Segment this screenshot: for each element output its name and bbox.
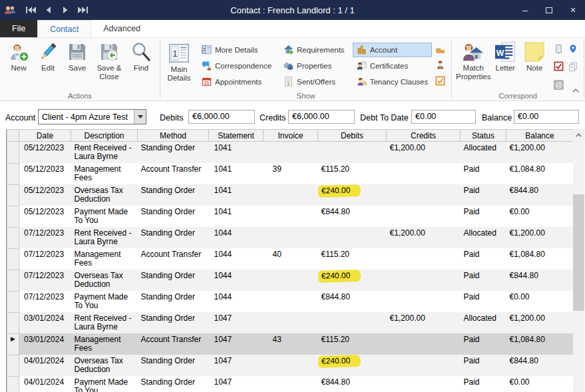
cell-description[interactable]: Overseas Tax Deduction	[71, 355, 138, 376]
cell-method[interactable]: Account Transfer	[138, 333, 209, 355]
account-button[interactable]: Account	[353, 43, 433, 57]
cell-invoice[interactable]: 40	[264, 248, 318, 270]
cell-status[interactable]: Paid	[461, 248, 506, 270]
cell-debits[interactable]: €115.20	[318, 248, 387, 270]
cell-method[interactable]: Standing Order	[138, 355, 209, 376]
cell-balance[interactable]: €0.00	[506, 291, 574, 312]
cell-method[interactable]: Standing Order	[138, 184, 209, 206]
selector-column-header[interactable]	[7, 130, 19, 142]
close-button[interactable]: ×	[561, 0, 585, 20]
last-record-button[interactable]	[75, 2, 91, 18]
cell-credits[interactable]: €1,200.00	[387, 142, 461, 164]
debits-total-field[interactable]: €6,000.00	[188, 110, 255, 124]
main-details-button[interactable]: 1 Main Details	[164, 41, 194, 83]
row-selector[interactable]	[7, 184, 19, 206]
cell-date[interactable]: 04/01/2024	[19, 355, 71, 376]
cell-invoice[interactable]: 39	[264, 163, 318, 184]
cell-description[interactable]: Payment Made To You	[71, 206, 138, 227]
previous-record-button[interactable]	[40, 2, 56, 18]
cell-statement[interactable]: 1044	[209, 248, 264, 270]
scrollbar-thumb[interactable]	[573, 194, 584, 311]
row-selector[interactable]	[7, 142, 19, 164]
tab-contact[interactable]: Contact	[37, 20, 91, 37]
cell-status[interactable]: Paid	[461, 184, 506, 206]
tenancy-clauses-button[interactable]: Tenancy Clauses	[353, 75, 433, 89]
cell-credits[interactable]	[387, 376, 461, 392]
appointments-button[interactable]: 21 Appointments	[198, 75, 276, 89]
cell-date[interactable]: 04/01/2024	[19, 376, 71, 392]
cell-credits[interactable]: €1,200.00	[387, 312, 461, 333]
row-selector[interactable]	[7, 248, 19, 270]
row-selector[interactable]	[7, 291, 19, 312]
cell-credits[interactable]	[387, 206, 461, 227]
cell-method[interactable]: Standing Order	[138, 206, 209, 227]
cell-debits[interactable]: €844.80	[318, 376, 387, 392]
table-row[interactable]: 07/12/2023 Overseas Tax Deduction Standi…	[7, 270, 574, 291]
cell-debits[interactable]: €240.00	[318, 270, 387, 291]
cell-debits[interactable]: €115.20	[318, 163, 387, 184]
tab-file[interactable]: File	[0, 20, 37, 37]
first-record-button[interactable]	[23, 2, 39, 18]
cell-date[interactable]: 05/12/2023	[19, 142, 71, 164]
dropdown-button[interactable]	[134, 110, 146, 124]
cell-date[interactable]: 07/12/2023	[19, 227, 71, 248]
cell-debits[interactable]: €240.00	[318, 184, 387, 206]
cell-method[interactable]: Account Transfer	[138, 248, 209, 270]
more-details-button[interactable]: 2 More Details	[198, 43, 276, 57]
cell-method[interactable]: Standing Order	[138, 270, 209, 291]
cell-debits[interactable]	[318, 142, 387, 164]
cell-method[interactable]: Standing Order	[138, 227, 209, 248]
cell-statement[interactable]: 1047	[209, 333, 264, 355]
cell-description[interactable]: Overseas Tax Deduction	[71, 270, 138, 291]
cell-statement[interactable]: 1041	[209, 184, 264, 206]
table-row[interactable]: 03/01/2024 Rent Received - Laura Byrne S…	[7, 312, 574, 333]
credits-total-field[interactable]: €6,000.00	[288, 110, 355, 124]
cell-invoice[interactable]	[264, 227, 318, 248]
match-properties-button[interactable]: Match Properties	[456, 40, 490, 81]
table-row[interactable]: 04/01/2024 Payment Made To You Standing …	[7, 376, 574, 392]
row-selector[interactable]: ▶	[7, 333, 19, 355]
row-selector[interactable]	[7, 376, 19, 392]
requirements-button[interactable]: Requirements	[280, 43, 349, 57]
cell-status[interactable]: Paid	[461, 206, 506, 227]
cell-invoice[interactable]	[264, 312, 318, 333]
cell-method[interactable]: Standing Order	[138, 312, 209, 333]
cell-date[interactable]: 05/12/2023	[19, 206, 71, 227]
map-button[interactable]	[566, 43, 580, 57]
cell-balance[interactable]: €1,200.00	[506, 227, 574, 248]
sms-button[interactable]	[552, 43, 566, 57]
cell-description[interactable]: Management Fees	[71, 333, 138, 355]
cell-debits[interactable]: €240.00	[318, 355, 387, 376]
table-row[interactable]: 07/12/2023 Management Fees Account Trans…	[7, 248, 574, 270]
cell-invoice[interactable]	[264, 376, 318, 392]
account-select[interactable]: Client - 4pm Azure Test	[38, 109, 146, 124]
column-header-statement[interactable]: Statement	[209, 130, 264, 142]
row-selector[interactable]	[7, 312, 19, 333]
cell-status[interactable]: Paid	[461, 333, 506, 355]
table-row[interactable]: 07/12/2023 Payment Made To You Standing …	[7, 291, 574, 312]
correspondence-button[interactable]: Correspondence	[198, 59, 276, 73]
cell-status[interactable]: Allocated	[461, 312, 506, 333]
column-header-date[interactable]: Date	[19, 130, 71, 142]
cell-statement[interactable]: 1044	[209, 270, 264, 291]
column-header-debits[interactable]: Debits	[318, 130, 387, 142]
cell-method[interactable]: Standing Order	[138, 142, 209, 164]
row-selector[interactable]	[7, 227, 19, 248]
row-selector[interactable]	[7, 270, 19, 291]
cell-credits[interactable]	[387, 355, 461, 376]
cell-statement[interactable]: 1044	[209, 291, 264, 312]
balance-total-field[interactable]: €0.00	[514, 110, 579, 124]
account-balances-button[interactable]	[433, 43, 447, 57]
cell-balance[interactable]: €1,084.80	[506, 163, 574, 184]
table-row[interactable]: 05/12/2023 Management Fees Account Trans…	[7, 163, 574, 184]
copy-button[interactable]	[566, 60, 580, 75]
cell-balance[interactable]: €0.00	[506, 206, 574, 227]
cell-invoice[interactable]	[264, 142, 318, 164]
column-header-balance[interactable]: Balance	[506, 130, 574, 142]
cell-balance[interactable]: €1,084.80	[506, 248, 574, 270]
email-button[interactable]: @	[552, 77, 566, 92]
cell-credits[interactable]	[387, 184, 461, 206]
cell-balance[interactable]: €1,200.00	[506, 142, 574, 164]
cell-balance[interactable]: €844.80	[506, 270, 574, 291]
cell-date[interactable]: 05/12/2023	[19, 163, 71, 184]
